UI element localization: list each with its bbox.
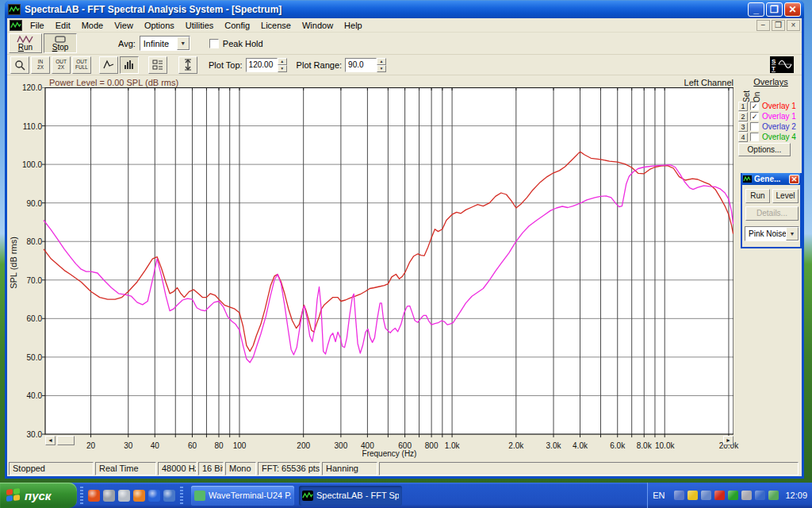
scroll-left-button[interactable]: ◄ (45, 436, 56, 445)
network-monitor-icon[interactable] (701, 491, 711, 500)
minimize-icon: _ (753, 4, 759, 15)
language-indicator[interactable]: EN (653, 491, 665, 500)
plot-top-label: Plot Top: (209, 60, 243, 70)
media-player-icon[interactable] (133, 490, 145, 502)
mdi-minimize-icon: − (761, 21, 766, 29)
scroll-right-button[interactable]: ► (723, 436, 733, 445)
toolbar-grip[interactable] (80, 487, 83, 504)
menu-item-help[interactable]: Help (339, 19, 368, 32)
spin-up-icon[interactable]: ▲ (377, 58, 386, 65)
generator-close-button[interactable]: ✕ (789, 175, 799, 184)
peak-display-button[interactable] (99, 56, 118, 74)
taskbar-task-waveterminal[interactable]: WaveTerminal-U24 P... (191, 486, 294, 506)
run-button[interactable]: Run (9, 33, 42, 53)
generator-details-button[interactable]: Details... (745, 206, 799, 221)
stop-button-label: Stop (52, 44, 69, 52)
maximize-button[interactable]: ❐ (766, 2, 783, 17)
autoscale-button[interactable] (178, 56, 197, 74)
toolbar-grip[interactable] (180, 487, 183, 504)
spectrum-plot[interactable] (40, 87, 733, 438)
spectralab-app-icon (8, 4, 21, 15)
overlay-checkbox-4[interactable] (750, 133, 759, 141)
x-axis-title: Frequency (Hz) (342, 449, 437, 458)
start-button[interactable]: пуск (0, 483, 77, 508)
menu-item-utilities[interactable]: Utilities (180, 19, 219, 32)
spin-down-icon[interactable]: ▼ (278, 65, 287, 72)
volume-icon[interactable] (688, 491, 698, 500)
zoom-out-2x-label-bottom: 2X (58, 65, 64, 71)
menu-item-window[interactable]: Window (297, 19, 339, 32)
generator-app-icon (743, 175, 752, 183)
spin-down-icon[interactable]: ▼ (377, 65, 386, 72)
y-tick-label: 30.0 (13, 430, 42, 439)
zoom-in-2x-button[interactable]: IN 2X (31, 56, 50, 74)
mdi-restore-button[interactable]: ❐ (772, 20, 785, 31)
chevron-down-icon[interactable]: ▼ (177, 37, 190, 50)
alert-ball-icon[interactable] (714, 491, 725, 500)
overlay-checkbox-3[interactable] (750, 122, 759, 131)
internet-explorer-icon[interactable] (148, 490, 160, 502)
overlay-set-button-2[interactable]: 2 (738, 112, 748, 121)
title-bar[interactable]: SpectraLAB - FFT Spectral Analysis Syste… (5, 1, 804, 18)
minimize-button[interactable]: _ (748, 2, 764, 17)
bar-display-button[interactable] (120, 56, 139, 74)
generator-level-button[interactable]: Level (772, 189, 799, 203)
overlay-set-button-3[interactable]: 3 (738, 122, 748, 132)
maximize-icon: ❐ (770, 4, 779, 15)
status-panel-3: 16 Bit (198, 462, 224, 475)
menu-item-options[interactable]: Options (139, 19, 180, 32)
chevron-down-icon[interactable]: ▼ (786, 227, 799, 241)
zoom-out-full-button[interactable]: OUT FULL (72, 56, 91, 74)
spin-up-icon[interactable]: ▲ (278, 58, 287, 65)
menu-item-mode[interactable]: Mode (76, 19, 109, 32)
windows-logo-icon (6, 488, 21, 502)
display-options-button[interactable] (148, 56, 167, 74)
overlay-checkbox-1[interactable]: ✓ (750, 102, 759, 110)
x-tick-label: 20 (71, 441, 111, 450)
globe-icon[interactable] (103, 490, 115, 502)
graphics-utility-icon[interactable] (728, 491, 738, 500)
blue-window-icon[interactable] (755, 491, 765, 500)
menu-item-file[interactable]: File (25, 19, 50, 32)
avg-select[interactable]: Infinite ▼ (140, 36, 190, 51)
overlay-checkbox-2[interactable]: ✓ (750, 112, 759, 121)
task-button-label: SpectraLAB - FFT Spe... (316, 491, 399, 500)
peak-hold-checkbox[interactable] (209, 39, 219, 48)
plot-range-label: Plot Range: (297, 60, 342, 70)
device-icon[interactable] (741, 491, 752, 500)
taskbar-task-spectralab[interactable]: SpectraLAB - FFT Spe... (299, 486, 402, 506)
menu-item-config[interactable]: Config (219, 19, 255, 32)
stop-button[interactable]: Stop (44, 33, 77, 53)
zoom-out-2x-button[interactable]: OUT 2X (52, 56, 71, 74)
mdi-close-button[interactable]: × (787, 20, 800, 31)
plot-top-input[interactable]: 120.00 (246, 58, 278, 72)
menu-bar: FileEditModeViewOptionsUtilitiesConfigLi… (7, 18, 802, 33)
menu-item-view[interactable]: View (109, 19, 139, 32)
signal-generator-toolbar-icon[interactable]: ST (770, 56, 794, 73)
show-desktop-icon[interactable] (163, 490, 175, 502)
plot-range-spinner[interactable]: ▲▼ (377, 58, 386, 72)
generator-run-button[interactable]: Run (745, 189, 770, 203)
avg-value: Infinite (140, 39, 177, 48)
overlays-options-button[interactable]: Options... (738, 143, 791, 156)
zoom-button[interactable] (10, 56, 29, 74)
scrollbar-thumb[interactable] (57, 436, 75, 445)
overlay-label-2: Overlay 1 (762, 112, 796, 121)
close-button[interactable]: ✕ (784, 2, 801, 17)
overlay-set-button-1[interactable]: 1 (738, 102, 748, 111)
document-icon (10, 20, 22, 31)
display-settings-icon[interactable] (674, 491, 684, 500)
overlay-set-button-4[interactable]: 4 (738, 133, 748, 142)
plot-top-spinner[interactable]: ▲▼ (278, 58, 287, 72)
generator-title-bar[interactable]: Gene... ✕ (742, 173, 800, 185)
flame-icon[interactable] (88, 490, 100, 502)
taskbar: пуск WaveTerminal-U24 P...SpectraLAB - F… (0, 483, 812, 508)
history-icon[interactable] (118, 490, 130, 502)
overlay-row-1: 1✓Overlay 1 (738, 101, 802, 111)
mdi-minimize-button[interactable]: − (756, 20, 770, 31)
generator-signal-select[interactable]: Pink Noise ▼ (745, 226, 799, 241)
plot-range-input[interactable]: 90.0 (345, 58, 377, 72)
usb-device-icon[interactable] (768, 491, 779, 500)
menu-item-license[interactable]: License (255, 19, 297, 32)
menu-item-edit[interactable]: Edit (50, 19, 76, 32)
